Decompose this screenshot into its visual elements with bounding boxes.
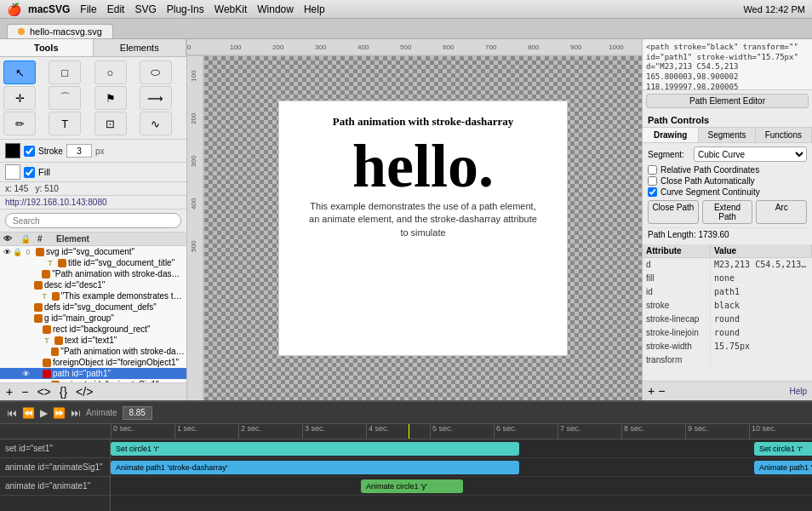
- checkbox-close-auto: Close Path Automatically: [648, 176, 807, 186]
- tool-pen[interactable]: ✏: [3, 112, 36, 135]
- attr-val-stroke-width: 15.75px: [711, 340, 812, 353]
- coords-row: x: 145 y: 510: [0, 182, 186, 196]
- relative-path-checkbox[interactable]: [648, 165, 657, 175]
- ruler-mark-3: 3 sec.: [302, 424, 366, 439]
- tree-row[interactable]: T title id="svg_document_title": [0, 257, 186, 268]
- tree-close-tag-btn[interactable]: </>: [73, 385, 95, 399]
- attr-row[interactable]: stroke-width 15.75px: [643, 340, 812, 353]
- tl-end-btn[interactable]: ⏭: [71, 407, 81, 419]
- tree-tag-btn[interactable]: <>: [34, 385, 53, 399]
- arc-button[interactable]: Arc: [756, 200, 807, 224]
- attr-val-stroke: black: [711, 299, 812, 312]
- tree-row[interactable]: rect id="background_rect": [0, 324, 186, 335]
- tree-header: 👁 🔒 # Element: [0, 233, 186, 246]
- timeline-playhead[interactable]: [409, 424, 409, 439]
- menu-plugins[interactable]: Plug-Ins: [167, 3, 204, 15]
- stroke-width-input[interactable]: [66, 144, 92, 158]
- tool-select[interactable]: ↖: [3, 60, 36, 84]
- menu-help[interactable]: Help: [304, 3, 325, 15]
- tool-circle[interactable]: ○: [94, 60, 127, 84]
- tl-rewind-btn[interactable]: ⏮: [7, 407, 17, 419]
- tl-block-set1[interactable]: Set circle1 'r': [111, 442, 519, 456]
- tool-line[interactable]: ⟿: [140, 86, 172, 110]
- path-length-value: 1739.60: [699, 230, 729, 239]
- close-path-auto-checkbox[interactable]: [648, 176, 657, 186]
- tab-segments[interactable]: Segments: [699, 128, 755, 142]
- menu-right: Wed 12:42 PM: [743, 4, 805, 14]
- apple-menu[interactable]: 🍎: [7, 3, 21, 16]
- attr-row[interactable]: stroke black: [643, 299, 812, 313]
- attr-row[interactable]: stroke-linecap round: [643, 313, 812, 326]
- attr-row[interactable]: fill none: [643, 272, 812, 285]
- stroke-checkbox[interactable]: [24, 146, 35, 157]
- tree-row[interactable]: foreignObject id="foreignObject1": [0, 357, 186, 368]
- attr-row[interactable]: transform: [643, 353, 812, 367]
- help-button[interactable]: Help: [789, 387, 807, 396]
- tree-row[interactable]: "Path animation with stroke-das...: [0, 346, 186, 357]
- tree-brace-btn[interactable]: {}: [57, 385, 70, 399]
- tab-elements[interactable]: Elements: [94, 39, 187, 56]
- tree-row[interactable]: defs id="svg_document_defs": [0, 301, 186, 313]
- tool-flag[interactable]: ⚑: [94, 86, 127, 110]
- tree-row[interactable]: g id="main_group": [0, 313, 186, 324]
- tool-rect[interactable]: □: [49, 60, 81, 84]
- attr-remove-btn[interactable]: −: [658, 384, 665, 398]
- stroke-color-swatch[interactable]: [5, 143, 20, 158]
- tree-row[interactable]: 👁🔒0 svg id="svg_document": [0, 246, 186, 257]
- tool-path[interactable]: ∿: [140, 112, 172, 135]
- search-input[interactable]: [5, 213, 181, 228]
- tl-label-animateSig1: animate id="animateSig1": [0, 458, 110, 477]
- svg-text:300: 300: [315, 43, 327, 51]
- tree-row[interactable]: T "This example demonstrates the u...: [0, 290, 186, 301]
- menu-window[interactable]: Window: [257, 3, 294, 15]
- menu-file[interactable]: File: [80, 3, 96, 15]
- tl-block-animatesig1-right[interactable]: Animate path1 's: [754, 461, 812, 474]
- path-controls-title: Path Controls: [643, 112, 812, 128]
- fill-checkbox[interactable]: [24, 167, 35, 178]
- timeline-controls: ⏮ ⏪ ▶ ⏩ ⏭ Animate: [0, 406, 159, 420]
- tree-row[interactable]: "Path animation with stroke-dasha...: [0, 268, 186, 279]
- curve-continuity-checkbox[interactable]: [648, 187, 657, 197]
- tab-functions[interactable]: Functions: [756, 128, 812, 142]
- path-editor-label: Path Element Editor: [646, 94, 809, 108]
- tl-play-btn[interactable]: ▶: [40, 407, 48, 419]
- extend-path-button[interactable]: Extend Path: [702, 200, 753, 224]
- tree-add-btn[interactable]: +: [3, 385, 15, 399]
- tl-play-back-btn[interactable]: ⏪: [22, 407, 35, 419]
- fill-color-swatch[interactable]: [5, 164, 20, 180]
- menu-time: Wed 12:42 PM: [743, 4, 805, 14]
- menu-edit[interactable]: Edit: [107, 3, 125, 15]
- tree-remove-btn[interactable]: −: [19, 385, 31, 399]
- segment-row: Segment: Cubic Curve: [648, 146, 807, 162]
- tree-row[interactable]: T text id="text1": [0, 335, 186, 346]
- tl-block-animate1[interactable]: Animate circle1 'y': [361, 479, 463, 493]
- tree-row[interactable]: desc id="desc1": [0, 279, 186, 290]
- svg-text:500: 500: [190, 240, 197, 252]
- tree-row-path1[interactable]: 👁 path id="path1": [0, 368, 186, 379]
- tool-ellipse[interactable]: ⬭: [140, 60, 172, 84]
- tab-drawing[interactable]: Drawing: [643, 128, 699, 142]
- tool-arc[interactable]: ⌒: [49, 86, 81, 110]
- tl-block-set1-right[interactable]: Set circle1 'r': [754, 442, 812, 456]
- menu-webkit[interactable]: WebKit: [214, 3, 247, 15]
- canvas-area: 0 100 200 300 400 500 600 700 800 900 10…: [187, 39, 642, 400]
- tl-fps-input[interactable]: [123, 406, 152, 420]
- tab-close-dot[interactable]: [18, 28, 25, 35]
- attr-row[interactable]: d M23,213 C54.5,213 165.8...: [643, 258, 812, 272]
- attr-row[interactable]: stroke-linejoin round: [643, 326, 812, 340]
- attr-add-btn[interactable]: +: [648, 384, 655, 398]
- tool-cross[interactable]: ✛: [3, 86, 36, 110]
- tl-play-fwd-btn[interactable]: ⏩: [53, 407, 66, 419]
- file-tab[interactable]: hello-macsvg.svg: [7, 24, 113, 38]
- svg-text:800: 800: [528, 43, 540, 51]
- tl-block-animatesig1[interactable]: Animate path1 'stroke-dasharray': [111, 461, 519, 474]
- tab-tools[interactable]: Tools: [0, 39, 94, 56]
- segment-select[interactable]: Cubic Curve: [694, 146, 807, 162]
- attr-row[interactable]: id path1: [643, 285, 812, 299]
- menu-svg[interactable]: SVG: [134, 3, 156, 15]
- tool-image[interactable]: ⊡: [94, 112, 127, 135]
- tool-text[interactable]: T: [49, 112, 81, 135]
- close-path-button[interactable]: Close Path: [648, 200, 699, 224]
- tl-animate-label: Animate: [86, 408, 117, 417]
- svg-text:100: 100: [190, 70, 197, 82]
